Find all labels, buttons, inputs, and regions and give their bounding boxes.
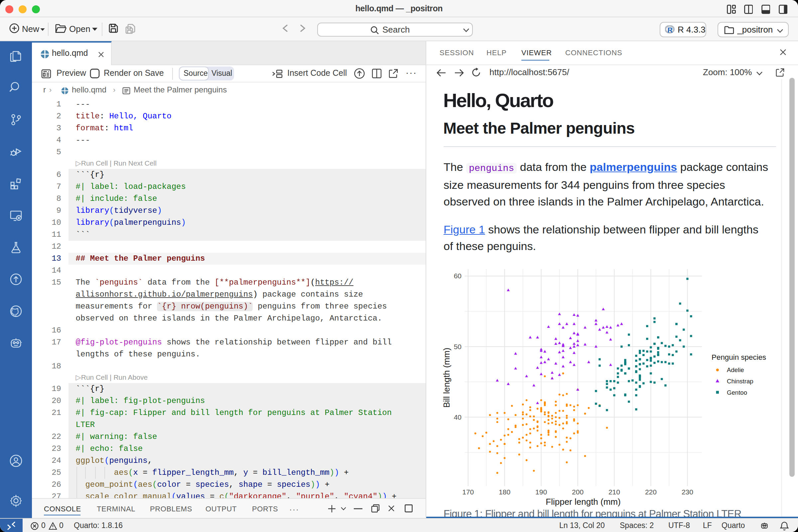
svg-text:230: 230 [682, 488, 693, 496]
svg-text:180: 180 [499, 488, 510, 496]
svg-text:190: 190 [535, 488, 547, 496]
svg-text:170: 170 [462, 488, 474, 496]
svg-text:Flipper length (mm): Flipper length (mm) [546, 497, 621, 507]
svg-text:210: 210 [608, 488, 620, 496]
svg-text:Gentoo: Gentoo [727, 389, 747, 396]
svg-text:60: 60 [454, 272, 461, 280]
svg-text:Penguin species: Penguin species [711, 353, 766, 361]
svg-text:200: 200 [572, 488, 584, 496]
svg-text:Adelie: Adelie [727, 366, 744, 374]
svg-text:Bill length (mm): Bill length (mm) [441, 348, 452, 408]
svg-text:Chinstrap: Chinstrap [727, 378, 754, 385]
svg-text:40: 40 [454, 413, 461, 421]
svg-text:220: 220 [645, 488, 657, 496]
svg-text:50: 50 [454, 343, 461, 350]
svg-text:R: R [667, 26, 673, 34]
